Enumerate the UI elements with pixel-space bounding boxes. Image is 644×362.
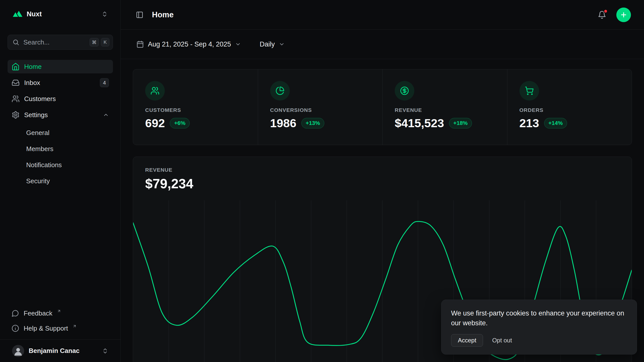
sidebar-item-label: Inbox (24, 79, 40, 87)
kbd-cmd: ⌘ (90, 38, 99, 47)
footer-link-label: Feedback (24, 309, 52, 317)
search-icon (12, 39, 19, 46)
stat-label: CONVERSIONS (270, 107, 371, 113)
sidebar-nav: Home Inbox 4 Customers Sett (8, 60, 113, 189)
sidebar-subitem-label: Members (26, 145, 53, 153)
user-name: Benjamin Canac (29, 347, 97, 355)
sidebar-item-security[interactable]: Security (8, 173, 113, 189)
stat-value: 692 (145, 116, 165, 130)
stats-card: CUSTOMERS 692 +6% CONVERSIONS 1986 +13% (133, 69, 632, 145)
stat-label: REVENUE (395, 107, 495, 113)
home-icon (12, 63, 20, 71)
pie-chart-icon (270, 81, 290, 101)
inbox-count-badge: 4 (100, 78, 109, 87)
stat-delta-badge: +13% (301, 118, 324, 128)
search-input[interactable]: Search... ⌘ K (8, 35, 113, 50)
controls-bar: Aug 21, 2025 - Sep 4, 2025 Daily (121, 30, 644, 59)
workspace-name: Nuxt (27, 10, 42, 18)
granularity-select[interactable]: Daily (256, 37, 288, 51)
external-link-icon (72, 324, 77, 328)
stat-orders: ORDERS 213 +14% (507, 69, 632, 145)
sidebar-item-members[interactable]: Members (8, 141, 113, 157)
plus-icon (620, 11, 627, 19)
date-range-picker[interactable]: Aug 21, 2025 - Sep 4, 2025 (133, 37, 245, 51)
cart-icon (519, 81, 539, 101)
stat-delta-badge: +14% (544, 118, 567, 128)
kbd-k: K (101, 38, 109, 47)
stat-label: CUSTOMERS (145, 107, 246, 113)
nuxt-logo (13, 10, 23, 18)
stat-delta-badge: +18% (449, 118, 472, 128)
chevron-up-down-icon (102, 348, 108, 354)
cookie-banner: We use first-party cookies to enhance yo… (441, 300, 637, 354)
settings-submenu: General Members Notifications Security (8, 125, 113, 189)
feedback-link[interactable]: Feedback (8, 306, 113, 320)
sidebar-subitem-label: Notifications (26, 161, 62, 169)
sidebar-subitem-label: General (26, 129, 50, 137)
search-kbd-shortcut: ⌘ K (90, 38, 109, 47)
users-icon (145, 81, 165, 101)
stat-label: ORDERS (519, 107, 620, 113)
sidebar-item-general[interactable]: General (8, 125, 113, 141)
stat-customers: CUSTOMERS 692 +6% (133, 69, 258, 145)
cookie-message: We use first-party cookies to enhance yo… (451, 308, 627, 328)
avatar (12, 345, 24, 357)
user-menu[interactable]: Benjamin Canac (0, 339, 120, 362)
message-bubble-icon (12, 309, 19, 317)
gear-icon (12, 111, 20, 119)
sidebar-item-inbox[interactable]: Inbox 4 (8, 76, 113, 89)
sidebar-item-settings[interactable]: Settings (8, 108, 113, 122)
revenue-card-value: $79,234 (145, 176, 620, 191)
stat-conversions: CONVERSIONS 1986 +13% (258, 69, 383, 145)
sidebar-toggle-button[interactable] (134, 9, 145, 21)
external-link-icon (57, 309, 61, 313)
sidebar-subitem-label: Security (26, 177, 50, 185)
top-header: Home (121, 0, 644, 30)
dollar-circle-icon (395, 81, 414, 101)
sidebar-item-label: Home (24, 63, 42, 71)
chevron-down-icon (279, 41, 285, 47)
panel-left-icon (136, 11, 143, 19)
workspace-switcher[interactable]: Nuxt (8, 6, 113, 22)
stat-revenue: REVENUE $415,523 +18% (382, 69, 507, 145)
stat-delta-badge: +6% (170, 118, 190, 128)
date-range-label: Aug 21, 2025 - Sep 4, 2025 (148, 40, 231, 48)
sidebar-item-notifications[interactable]: Notifications (8, 157, 113, 173)
sidebar-footer: Feedback Help & Support (8, 306, 113, 335)
notifications-button[interactable] (597, 10, 607, 20)
chevron-up-down-icon (101, 11, 108, 17)
cookie-optout-button[interactable]: Opt out (492, 337, 512, 344)
search-placeholder: Search... (23, 38, 86, 46)
stat-value: $415,523 (395, 116, 444, 130)
stat-value: 213 (519, 116, 539, 130)
granularity-label: Daily (260, 40, 275, 48)
chevron-down-icon (235, 41, 241, 47)
sidebar-item-label: Customers (24, 95, 56, 103)
add-button[interactable] (616, 8, 631, 22)
cookie-accept-button[interactable]: Accept (451, 334, 483, 347)
sidebar-item-label: Settings (24, 111, 48, 119)
sidebar: Nuxt Search... ⌘ K Home (0, 0, 121, 362)
page-title: Home (152, 10, 174, 19)
info-circle-icon (12, 325, 19, 332)
inbox-icon (12, 79, 20, 87)
sidebar-spacer (8, 189, 113, 306)
sidebar-item-home[interactable]: Home (8, 60, 113, 73)
stat-value: 1986 (270, 116, 297, 130)
footer-link-label: Help & Support (24, 325, 68, 332)
notification-dot (603, 9, 608, 13)
calendar-icon (136, 40, 144, 48)
revenue-card-label: REVENUE (145, 167, 620, 173)
help-support-link[interactable]: Help & Support (8, 321, 113, 335)
sidebar-item-customers[interactable]: Customers (8, 92, 113, 106)
users-icon (12, 95, 20, 103)
chevron-up-icon (103, 112, 109, 118)
